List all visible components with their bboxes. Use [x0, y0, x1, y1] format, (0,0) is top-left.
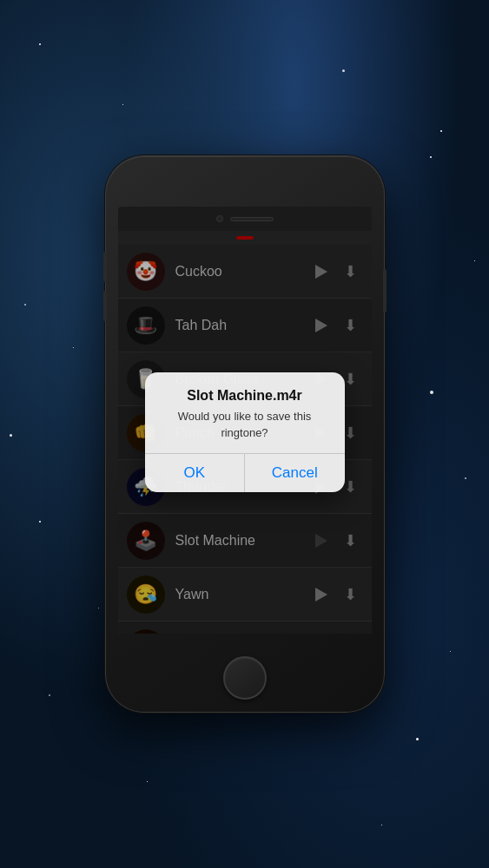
star [147, 781, 148, 782]
star [39, 521, 41, 523]
star [73, 347, 74, 348]
power-button [383, 269, 387, 312]
star [39, 43, 41, 45]
star [430, 391, 433, 394]
dialog-title: Slot Machine.m4r [159, 388, 331, 404]
star [49, 694, 50, 696]
status-bar [118, 207, 372, 231]
star [416, 738, 419, 740]
dialog-content: Slot Machine.m4r Would you like to save … [145, 372, 345, 452]
speaker [230, 217, 274, 221]
star [450, 651, 451, 652]
dialog-overlay: Slot Machine.m4r Would you like to save … [118, 231, 372, 634]
star [342, 69, 345, 72]
star [98, 608, 99, 608]
vol-down-button [103, 291, 107, 321]
star [122, 104, 123, 105]
star [465, 477, 466, 479]
star [474, 260, 475, 261]
screen-content: 🤡 Cuckoo ⬇ 🎩 Tah Dah [118, 231, 372, 634]
dialog-cancel-button[interactable]: Cancel [245, 454, 345, 492]
dialog-ok-button[interactable]: OK [145, 454, 246, 492]
vol-up-button [103, 252, 107, 282]
phone-screen: 🤡 Cuckoo ⬇ 🎩 Tah Dah [118, 207, 372, 634]
star [430, 156, 432, 158]
home-button[interactable] [223, 656, 267, 700]
dialog-message: Would you like to save this ringtone? [159, 409, 331, 440]
phone-frame: 🤡 Cuckoo ⬇ 🎩 Tah Dah [106, 156, 384, 712]
dialog-buttons: OK Cancel [145, 453, 345, 492]
star [440, 130, 442, 132]
star [10, 434, 12, 437]
save-dialog: Slot Machine.m4r Would you like to save … [145, 372, 345, 491]
camera [216, 215, 223, 222]
star [24, 304, 26, 306]
star [381, 825, 382, 825]
